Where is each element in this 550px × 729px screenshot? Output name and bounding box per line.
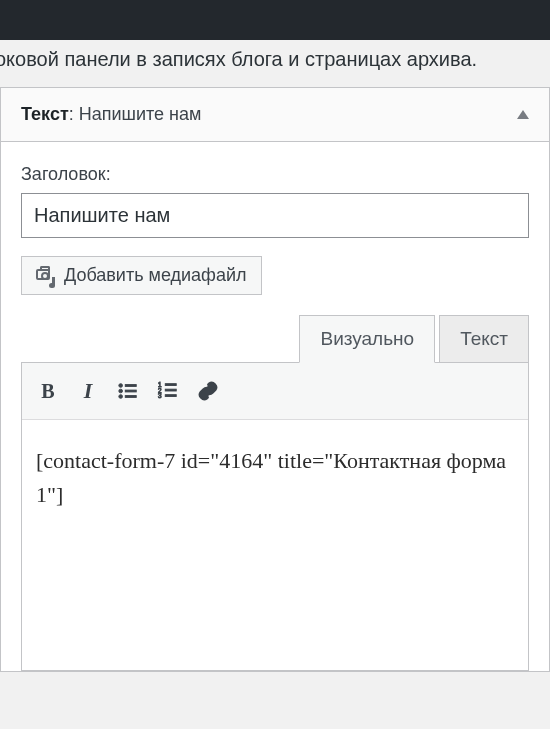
widget-text: Текст: Напишите нам Заголовок: Добавить … [0,87,550,672]
widget-header[interactable]: Текст: Напишите нам [1,88,549,142]
svg-point-2 [119,389,123,393]
tab-visual[interactable]: Визуально [299,315,435,363]
italic-icon: I [84,378,93,404]
collapse-icon [517,110,529,119]
sidebar-area-description: оковой панели в записях блога и страница… [0,40,550,87]
italic-button[interactable]: I [70,373,106,409]
bullet-list-icon [117,380,139,402]
widget-title: Текст: Напишите нам [21,104,201,125]
svg-point-4 [119,395,123,399]
widget-body: Заголовок: Добавить медиафайл Визуально … [1,142,549,671]
svg-rect-5 [125,396,136,398]
svg-rect-3 [125,390,136,392]
svg-rect-9 [165,389,176,391]
svg-rect-11 [165,395,176,397]
bold-button[interactable]: B [30,373,66,409]
editor-content-area[interactable]: [contact-form-7 id="4164" title="Контакт… [22,420,528,670]
title-input[interactable] [21,193,529,238]
editor-toolbar: B I 1 2 3 [22,363,528,420]
add-media-button[interactable]: Добавить медиафайл [21,256,262,295]
editor-container: B I 1 2 3 [21,362,529,671]
tab-text[interactable]: Текст [439,315,529,363]
numbered-list-button[interactable]: 1 2 3 [150,373,186,409]
widget-title-name: : Напишите нам [69,104,202,124]
bullet-list-button[interactable] [110,373,146,409]
svg-rect-1 [125,385,136,387]
title-label: Заголовок: [21,164,529,185]
admin-bar [0,0,550,40]
link-icon [197,380,219,402]
svg-text:3: 3 [158,392,162,399]
svg-rect-7 [165,384,176,386]
add-media-label: Добавить медиафайл [64,265,247,286]
link-button[interactable] [190,373,226,409]
widget-title-type: Текст [21,104,69,124]
editor-tabs: Визуально Текст [21,315,529,363]
media-icon [36,267,56,285]
numbered-list-icon: 1 2 3 [157,380,179,402]
svg-point-0 [119,384,123,388]
bold-icon: B [41,380,54,403]
